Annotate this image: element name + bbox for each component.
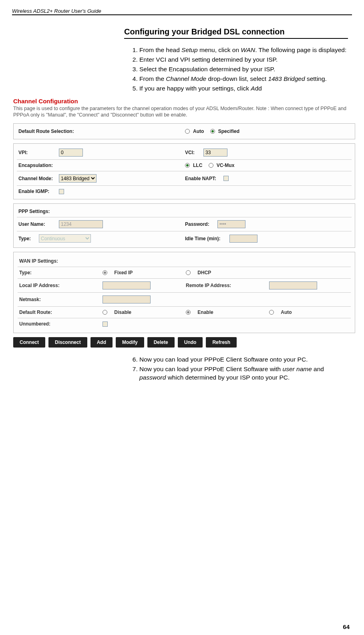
fixedip-radio[interactable] [103,270,107,275]
default-route-label: Default Route Selection: [18,129,74,134]
auto-label: Auto [193,129,204,134]
igmp-label: Enable IGMP: [18,189,56,194]
default-route-panel: Default Route Selection: Auto Specified [13,123,355,139]
vci-input[interactable] [203,149,227,157]
step-item: From the head Setup menu, click on WAN. … [139,46,348,54]
step-item: Enter VCI and VPI setting determined by … [139,56,348,64]
netmask-input[interactable] [103,295,151,303]
fixedip-label: Fixed IP [114,270,133,275]
vpi-label: VPI: [18,150,56,155]
cc-title: Channel Configuration [13,98,355,104]
step-item: Select the Encapsulation determined by y… [139,65,348,74]
dhcp-radio[interactable] [186,270,191,275]
llc-label: LLC [193,163,202,168]
auto-radio[interactable] [185,129,190,134]
wan-panel: WAN IP Settings: Type: Fixed IP DHCP Loc… [13,252,355,333]
step-item: Now you can load your PPPoE Client Softw… [139,356,348,364]
enable-label: Enable [197,309,213,315]
napt-checkbox[interactable] [223,176,229,181]
wan-type-label: Type: [19,270,32,275]
user-label: User Name: [18,221,56,227]
igmp-checkbox[interactable] [59,189,64,194]
doc-header: Wireless ADSL2+ Router User's Guide [12,8,352,15]
type-select[interactable]: Continuous [39,234,91,243]
user-input[interactable] [59,220,103,228]
unnum-label: Unnumbered: [19,321,50,327]
enable-radio[interactable] [186,310,191,315]
mode-label: Channel Mode: [18,176,56,181]
encap-label: Encapsulation: [18,163,56,168]
disconnect-button[interactable]: Disconnect [48,337,87,348]
netmask-label: Netmask: [19,297,41,302]
unnum-checkbox[interactable] [103,322,108,327]
dhcp-label: DHCP [197,270,211,275]
localip-label: Local IP Address: [19,283,60,288]
step-item: Now you can load your PPPoE Client Softw… [139,365,348,382]
step-item: If you are happy with your settings, cli… [139,84,348,93]
specified-radio[interactable] [210,129,215,134]
napt-label: Enable NAPT: [185,176,221,181]
vci-label: VCI: [185,150,201,155]
add-button[interactable]: Add [90,337,113,348]
mode-select[interactable]: 1483 Bridged [59,174,97,183]
connect-button[interactable]: Connect [13,337,45,348]
button-bar: ConnectDisconnectAddModifyDeleteUndoRefr… [13,337,355,348]
localip-input[interactable] [103,281,151,289]
vpi-input[interactable] [59,149,83,157]
steps-bottom: Now you can load your PPPoE Client Softw… [124,356,348,382]
modify-button[interactable]: Modify [116,337,144,348]
pass-label: Password: [185,221,215,227]
refresh-button[interactable]: Refresh [206,337,237,348]
vcmux-label: VC-Mux [217,163,235,168]
pass-input[interactable] [217,220,245,228]
vpi-panel: VPI: VCI: Encapsulation: LLC VC-Mux Chan… [13,143,355,199]
step-item: From the Channel Mode drop-down list, se… [139,75,348,83]
remoteip-input[interactable] [269,281,317,289]
vcmux-radio[interactable] [209,163,213,168]
disable-radio[interactable] [103,310,107,315]
steps-top: From the head Setup menu, click on WAN. … [124,46,348,93]
section-title: Configuring your Bridged DSL connection [124,27,348,39]
remoteip-label: Remote IP Address: [186,283,231,288]
undo-button[interactable]: Undo [178,337,203,348]
auto2-radio[interactable] [269,310,274,315]
llc-radio[interactable] [185,163,190,168]
auto2-label: Auto [281,309,292,315]
channel-config-screenshot: Channel Configuration This page is used … [10,95,358,352]
idle-input[interactable] [229,235,257,243]
type-label: Type: [18,236,36,241]
delete-button[interactable]: Delete [147,337,175,348]
disable-label: Disable [114,309,131,315]
defroute-label: Default Route: [19,309,52,315]
specified-label: Specified [218,129,239,134]
wan-label: WAN IP Settings: [19,258,58,264]
ppp-label: PPP Settings: [18,209,56,214]
cc-desc: This page is used to configure the param… [13,105,355,119]
idle-label: Idle Time (min): [185,236,227,241]
ppp-panel: PPP Settings: User Name: Password: Type:… [13,203,355,248]
